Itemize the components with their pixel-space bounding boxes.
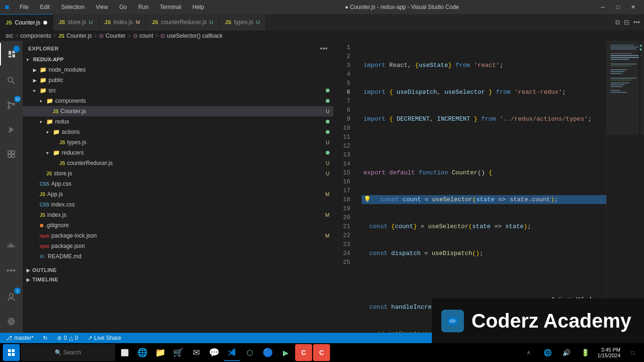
- layout-icon[interactable]: ⊟: [624, 18, 629, 26]
- menu-terminal[interactable]: Terminal: [157, 3, 184, 11]
- code-editor[interactable]: 1234 56789 101112131415 1617181920 21222…: [333, 41, 644, 333]
- tree-package-json[interactable]: npm package.json: [23, 241, 333, 251]
- activity-accounts[interactable]: 1: [0, 286, 23, 308]
- menu-selection[interactable]: Selection: [58, 3, 87, 11]
- taskbar-search[interactable]: 🔍 Search: [21, 344, 115, 361]
- tree-index-css[interactable]: CSS index.css: [23, 199, 333, 210]
- sync-icon[interactable]: ↻: [41, 335, 50, 341]
- maximize-button[interactable]: □: [612, 4, 623, 10]
- menu-file[interactable]: File: [17, 3, 32, 11]
- tree-store-js[interactable]: JS store.js U: [23, 168, 333, 179]
- file-m-badge: M: [325, 233, 330, 239]
- tree-reducers[interactable]: ▾ 📁 reducers: [23, 148, 333, 158]
- errors-badge[interactable]: ⊘ 0 △ 0: [55, 335, 80, 341]
- taskbar-node[interactable]: ⬡: [241, 344, 258, 361]
- taskbar-edge[interactable]: 🌐: [134, 344, 151, 361]
- more-actions-icon[interactable]: •••: [633, 18, 640, 26]
- taskbar-task-view[interactable]: ⬜: [116, 344, 133, 361]
- tree-public[interactable]: ▶ 📁 public: [23, 75, 333, 85]
- menu-run[interactable]: Run: [135, 3, 151, 11]
- battery-icon[interactable]: 🔋: [577, 344, 594, 361]
- taskbar-mail[interactable]: ✉: [188, 344, 205, 361]
- activity-search[interactable]: [0, 69, 23, 92]
- taskbar-app2[interactable]: C: [313, 344, 330, 361]
- activity-extensions[interactable]: [0, 143, 23, 165]
- menu-edit[interactable]: Edit: [37, 3, 53, 11]
- tree-components[interactable]: ▾ 📁 components: [23, 96, 333, 106]
- outline-section[interactable]: ▶ OUTLINE: [23, 265, 333, 275]
- bc-counter-file[interactable]: Counter.js: [66, 33, 92, 39]
- activity-explorer[interactable]: [0, 43, 23, 66]
- tree-root-redux-app[interactable]: ▾ REDUX-APP: [23, 54, 333, 65]
- taskbar-explorer[interactable]: 📁: [152, 344, 169, 361]
- js-file-icon: JS: [225, 19, 231, 25]
- taskbar-app1[interactable]: C: [295, 344, 312, 361]
- git-branch[interactable]: ⎇ master*: [4, 335, 35, 341]
- notification-center[interactable]: □: [624, 344, 641, 361]
- close-button[interactable]: ✕: [627, 4, 639, 10]
- timeline-section[interactable]: ▶ TIMELINE: [23, 275, 333, 284]
- menu-go[interactable]: Go: [116, 3, 130, 11]
- tree-actions[interactable]: ▾ 📁 actions: [23, 127, 333, 137]
- svg-rect-18: [10, 246, 12, 247]
- tree-redux[interactable]: ▾ 📁 redux: [23, 116, 333, 127]
- tree-node-modules[interactable]: ▶ 📁 node_modules: [23, 65, 333, 75]
- tab-store[interactable]: JS store.js U: [53, 14, 99, 31]
- tab-counter-reducer[interactable]: JS counterReducer.js U: [146, 14, 219, 31]
- menu-view[interactable]: View: [93, 3, 111, 11]
- tree-app-js[interactable]: JS App.js M: [23, 189, 333, 199]
- bc-useselector[interactable]: useSelector() callback: [167, 33, 223, 39]
- tab-counter[interactable]: JS Counter.js: [0, 14, 53, 31]
- bc-counter-class[interactable]: Counter: [106, 33, 126, 39]
- md-icon: M↓: [40, 254, 46, 259]
- tree-index-js[interactable]: JS index.js M: [23, 210, 333, 220]
- bc-count[interactable]: count: [140, 33, 153, 39]
- code-content[interactable]: import React, {useState} from 'react'; i…: [356, 41, 606, 333]
- svg-rect-13: [8, 151, 11, 154]
- activity-run[interactable]: [0, 118, 23, 141]
- tree-counter-js[interactable]: JS Counter.js U: [23, 106, 333, 116]
- activity-docker[interactable]: [0, 235, 23, 257]
- modified-dot: [326, 89, 330, 92]
- tab-types[interactable]: JS types.js U: [219, 14, 266, 31]
- network-icon[interactable]: 🌐: [539, 344, 556, 361]
- menu-help[interactable]: Help: [190, 3, 207, 11]
- taskbar-store[interactable]: 🛒: [170, 344, 187, 361]
- bc-components[interactable]: components: [20, 33, 51, 39]
- activity-source-control[interactable]: 12: [0, 94, 23, 116]
- taskbar-vscode[interactable]: [223, 344, 240, 361]
- explorer-title: EXPLORER: [28, 46, 59, 51]
- tree-app-css[interactable]: CSS App.css: [23, 179, 333, 189]
- activity-bar: 12 ••• 1: [0, 41, 23, 333]
- explorer-more-icon[interactable]: •••: [320, 45, 328, 52]
- vscode-logo-icon: ■: [5, 3, 9, 11]
- activity-settings[interactable]: [0, 310, 23, 333]
- js-file-icon: JS: [6, 20, 12, 25]
- tree-readme[interactable]: M↓ README.md: [23, 251, 333, 262]
- start-button[interactable]: [3, 344, 20, 361]
- system-tray-icons[interactable]: ∧: [520, 344, 537, 361]
- split-editor-icon[interactable]: ⧉: [615, 18, 620, 26]
- tree-types-js[interactable]: JS types.js U: [23, 137, 333, 148]
- live-share-icon: ↗: [88, 335, 92, 341]
- minimize-button[interactable]: ─: [597, 4, 609, 10]
- tree-gitignore[interactable]: ■ .gitignore: [23, 220, 333, 230]
- tree-src[interactable]: ▾ 📁 src: [23, 85, 333, 96]
- actions-label: actions: [62, 129, 326, 135]
- activity-more[interactable]: •••: [0, 259, 23, 282]
- volume-icon[interactable]: 🔊: [558, 344, 575, 361]
- taskbar-terminal[interactable]: ▶: [277, 344, 294, 361]
- tree-counter-reducer-js[interactable]: JS counterReducer.js U: [23, 158, 333, 168]
- tab-index[interactable]: JS index.js M: [99, 14, 146, 31]
- bc-src[interactable]: src: [6, 33, 13, 39]
- tree-package-lock[interactable]: npm package-lock.json M: [23, 230, 333, 241]
- svg-rect-44: [639, 41, 641, 333]
- live-share[interactable]: ↗ Live Share: [86, 335, 123, 341]
- svg-rect-49: [8, 349, 11, 352]
- modified-dot: [326, 151, 330, 155]
- css-icon: CSS: [40, 202, 50, 207]
- taskbar-teams[interactable]: 💬: [206, 344, 223, 361]
- taskbar-chrome[interactable]: 🔵: [259, 344, 276, 361]
- svg-rect-20: [12, 246, 14, 247]
- bc-useselector-icon: ⊙: [160, 33, 165, 39]
